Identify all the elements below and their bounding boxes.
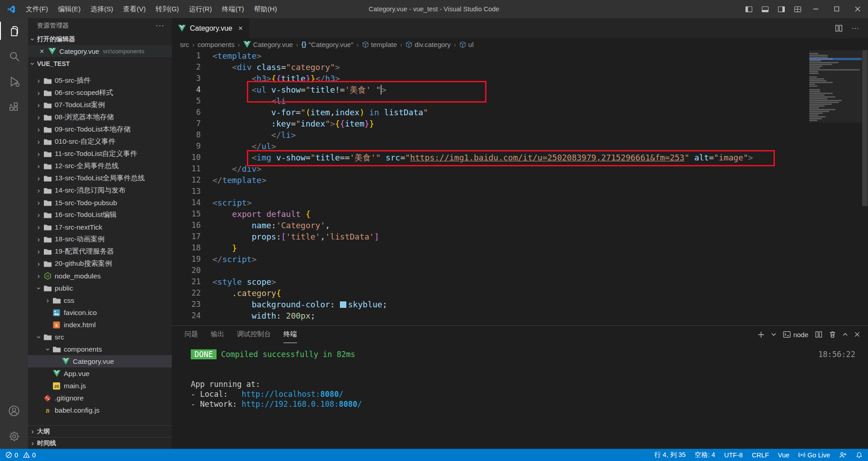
run-and-debug-icon[interactable] [0, 69, 28, 94]
explorer-more-actions-icon[interactable]: ··· [156, 21, 165, 30]
menu-item-6[interactable]: 终端(T) [217, 0, 249, 18]
search-icon[interactable] [0, 43, 28, 69]
kill-terminal-icon[interactable] [829, 331, 836, 338]
tree-item[interactable]: Bbabel.config.js [28, 404, 172, 416]
terminal-profile-selector[interactable]: node [783, 331, 808, 339]
code-editor[interactable]: 1<template>2 <div class="category">3 <h3… [172, 50, 868, 325]
code-line[interactable]: 15 export default { [172, 208, 868, 220]
tree-item[interactable]: JSmain.js [28, 380, 172, 392]
split-terminal-icon[interactable] [815, 331, 822, 338]
menu-item-3[interactable]: 查看(V) [118, 0, 151, 18]
tree-item[interactable]: ›20-github搜索案例 [28, 258, 172, 270]
project-root-section[interactable]: › VUE_TEST [28, 57, 172, 69]
minimize-button[interactable] [806, 0, 826, 18]
eol-status[interactable]: CRLF [752, 452, 769, 459]
code-line[interactable]: 13 [172, 186, 868, 197]
tree-item[interactable]: ›13-src-TodoList全局事件总线 [28, 172, 172, 184]
tree-item[interactable]: ›18-src-动画案例 [28, 233, 172, 245]
maximize-button[interactable] [826, 0, 847, 18]
breadcrumb-item[interactable]: Category.vue [243, 41, 293, 48]
tree-item[interactable]: ›06-src-scoped样式 [28, 87, 172, 99]
code-line[interactable]: 20 [172, 265, 868, 276]
tree-item[interactable]: ›11-src-TodoList自定义事件 [28, 148, 172, 160]
open-editors-section[interactable]: › 打开的编辑器 [28, 33, 172, 45]
code-line[interactable]: 1<template> [172, 50, 868, 61]
maximize-panel-icon[interactable] [843, 333, 848, 336]
toggle-panel-icon[interactable] [757, 0, 773, 18]
breadcrumb-item[interactable]: div.category [406, 41, 451, 48]
outline-section[interactable]: › 大纲 [28, 425, 172, 437]
breadcrumb-item[interactable]: template [362, 41, 397, 48]
problems-status[interactable]: 0 0 [5, 452, 36, 459]
close-tab-icon[interactable]: × [238, 24, 243, 33]
editor-more-actions-icon[interactable]: ··· [852, 24, 859, 33]
breadcrumb-item[interactable]: ul [459, 41, 474, 48]
tree-item[interactable]: Category.vue [28, 355, 172, 367]
local-url-link[interactable]: http://localhost:8080/ [242, 390, 344, 399]
menu-item-7[interactable]: 帮助(H) [249, 0, 282, 18]
code-line[interactable]: 9 </ul> [172, 141, 868, 152]
menu-item-2[interactable]: 选择(S) [85, 0, 118, 18]
breadcrumb-item[interactable]: {}"Category.vue" [302, 41, 354, 48]
terminal-profile-chevron-icon[interactable] [771, 333, 776, 336]
tree-item[interactable]: ›07-TodoList案例 [28, 99, 172, 111]
breadcrumb-item[interactable]: src [180, 41, 189, 48]
editor-scrollbar[interactable] [862, 50, 868, 325]
tree-item[interactable]: favicon.ico [28, 306, 172, 319]
close-editor-icon[interactable]: × [40, 47, 44, 56]
indentation-status[interactable]: 空格: 4 [695, 451, 715, 459]
code-line[interactable]: 18 } [172, 242, 868, 254]
tree-item[interactable]: App.vue [28, 367, 172, 380]
tree-item[interactable]: ›010-src-自定义事件 [28, 136, 172, 148]
tree-item[interactable]: ›JSnode_modules [28, 270, 172, 282]
close-button[interactable] [847, 0, 868, 18]
code-line[interactable]: 19</script> [172, 254, 868, 265]
menu-item-4[interactable]: 转到(G) [151, 0, 184, 18]
close-panel-icon[interactable] [854, 332, 860, 337]
open-editor-item[interactable]: × Category.vue src\components [28, 45, 172, 57]
code-line[interactable]: 10 <img v-show="title=='美食'" src="https:… [172, 152, 868, 163]
tree-item[interactable]: ›17-src-nextTick [28, 221, 172, 233]
encoding-status[interactable]: UTF-8 [724, 452, 743, 459]
code-line[interactable]: 5 <li [172, 95, 868, 107]
code-line[interactable]: 3 <h3>{{title}}</h3> [172, 73, 868, 84]
tree-item[interactable]: ›16-src-TodoList编辑 [28, 209, 172, 221]
settings-gear-icon[interactable] [0, 423, 28, 449]
tree-item[interactable]: ›css [28, 294, 172, 306]
tree-item[interactable]: .gitignore [28, 392, 172, 404]
cursor-position-status[interactable]: 行 4, 列 35 [654, 451, 685, 459]
code-line[interactable]: 21<style scope> [172, 276, 868, 287]
code-line[interactable]: 23 background-color: skyblue; [172, 299, 868, 310]
terminal-output[interactable]: DONECompiled successfully in 82ms 18:56:… [172, 343, 868, 409]
invite-account-icon[interactable] [839, 452, 847, 459]
toggle-sidebar-icon[interactable] [741, 0, 757, 18]
account-icon[interactable] [0, 398, 28, 423]
tab-category-vue[interactable]: Category.vue × [172, 18, 249, 38]
tree-item[interactable]: ›14-src-消息订阅与发布 [28, 184, 172, 197]
timeline-section[interactable]: › 时间线 [28, 437, 172, 449]
code-line[interactable]: 7 :key="index">{{item}} [172, 118, 868, 129]
code-line[interactable]: 8 </li> [172, 129, 868, 141]
code-line[interactable]: 12</template> [172, 174, 868, 186]
scrollbar-thumb[interactable] [862, 50, 868, 206]
breadcrumb-item[interactable]: components [198, 41, 235, 48]
code-line[interactable]: 2 <div class="category"> [172, 61, 868, 73]
go-live-button[interactable]: Go Live [798, 452, 830, 459]
code-line[interactable]: 6 v-for="(item,index) in listData" [172, 107, 868, 118]
tree-item[interactable]: ›public [28, 282, 172, 294]
tree-item[interactable]: ›15-src-Todo-pubsub [28, 197, 172, 209]
menu-item-0[interactable]: 文件(F) [21, 0, 53, 18]
tree-item[interactable]: 5index.html [28, 319, 172, 331]
code-line[interactable]: 17 props:['title','listData'] [172, 231, 868, 242]
tree-item[interactable]: ›12-src-全局事件总线 [28, 160, 172, 172]
split-editor-icon[interactable] [835, 24, 843, 32]
customize-layout-icon[interactable] [789, 0, 806, 18]
panel-tab-调试控制台[interactable]: 调试控制台 [237, 326, 271, 343]
panel-tab-输出[interactable]: 输出 [211, 326, 224, 343]
notifications-bell-icon[interactable] [856, 452, 863, 459]
code-line[interactable]: 4 <ul v-show="title!='美食' "> [172, 84, 868, 95]
menu-item-5[interactable]: 运行(R) [184, 0, 217, 18]
panel-tab-终端[interactable]: 终端 [283, 326, 297, 343]
tree-item[interactable]: ›09-src-TodoList本地存储 [28, 123, 172, 136]
minimap[interactable] [809, 50, 862, 122]
